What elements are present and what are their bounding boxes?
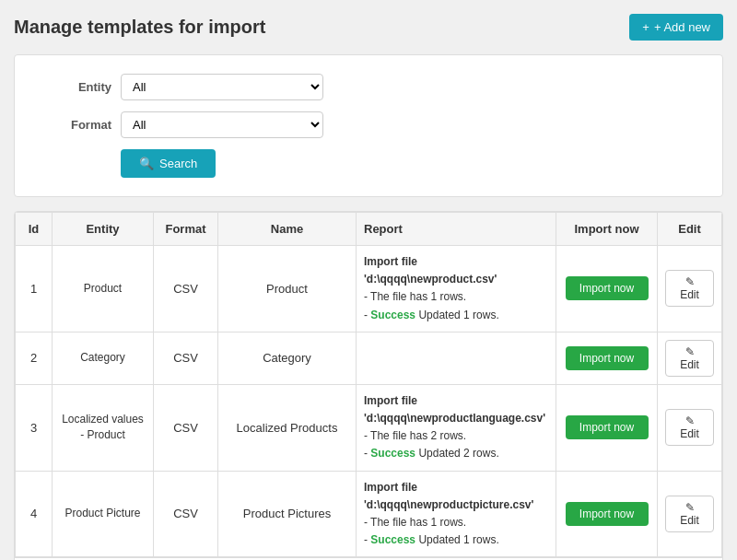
cell-import: Import now <box>556 384 658 471</box>
format-filter-row: Format All CSV XML <box>38 111 699 138</box>
table-row: 2CategoryCSVCategoryImport now✎ Edit <box>16 332 722 384</box>
edit-button-2[interactable]: ✎ Edit <box>665 340 714 377</box>
entity-filter-label: Entity <box>38 80 111 94</box>
cell-id: 3 <box>16 384 53 471</box>
filter-panel: Entity All Product Category Localized va… <box>14 54 723 197</box>
cell-import: Import now <box>556 332 658 384</box>
cell-edit: ✎ Edit <box>658 332 722 384</box>
edit-button-3[interactable]: ✎ Edit <box>665 409 714 446</box>
import-now-button-4[interactable]: Import now <box>566 502 649 526</box>
col-header-id: Id <box>16 213 53 246</box>
col-header-edit: Edit <box>658 213 722 246</box>
cell-report <box>357 332 556 384</box>
entity-select[interactable]: All Product Category Localized values - … <box>121 74 323 100</box>
cell-format: CSV <box>154 471 218 557</box>
cell-name: Product <box>218 246 357 332</box>
table-row: 1ProductCSVProductImport file 'd:\qqqq\n… <box>16 246 722 332</box>
search-label: Search <box>159 157 197 170</box>
col-header-report: Report <box>357 213 556 246</box>
edit-button-1[interactable]: ✎ Edit <box>665 270 714 307</box>
table-header-row: Id Entity Format Name Report Import now … <box>16 213 722 246</box>
plus-icon: + <box>642 20 649 34</box>
cell-name: Localized Products <box>218 384 357 471</box>
cell-edit: ✎ Edit <box>658 384 722 471</box>
cell-name: Category <box>218 332 357 384</box>
cell-id: 4 <box>16 471 53 557</box>
cell-name: Product Pictures <box>218 471 357 557</box>
cell-edit: ✎ Edit <box>658 246 722 332</box>
col-header-format: Format <box>154 213 218 246</box>
table-panel: Id Entity Format Name Report Import now … <box>14 211 723 560</box>
entity-filter-row: Entity All Product Category Localized va… <box>38 74 699 100</box>
cell-entity: Category <box>53 332 154 384</box>
col-header-name: Name <box>218 213 357 246</box>
cell-format: CSV <box>154 246 218 332</box>
col-header-entity: Entity <box>53 213 154 246</box>
cell-report: Import file 'd:\qqqq\newproductlanguage.… <box>357 384 556 471</box>
table-row: 4Product PictureCSVProduct PicturesImpor… <box>16 471 722 557</box>
import-now-button-1[interactable]: Import now <box>566 276 649 300</box>
cell-import: Import now <box>556 246 658 332</box>
cell-id: 1 <box>16 246 53 332</box>
cell-entity: Localized values - Product <box>53 384 154 471</box>
import-now-button-2[interactable]: Import now <box>566 346 649 370</box>
cell-report: Import file 'd:\qqqq\newproductpicture.c… <box>357 471 556 557</box>
cell-id: 2 <box>16 332 53 384</box>
cell-report: Import file 'd:\qqqq\newproduct.csv'- Th… <box>357 246 556 332</box>
cell-import: Import now <box>556 471 658 557</box>
format-filter-label: Format <box>38 118 111 132</box>
add-new-button[interactable]: + + Add new <box>629 14 723 41</box>
add-new-label: + Add new <box>654 20 710 34</box>
import-now-button-3[interactable]: Import now <box>566 415 649 439</box>
format-select[interactable]: All CSV XML <box>121 111 323 138</box>
cell-format: CSV <box>154 332 218 384</box>
edit-button-4[interactable]: ✎ Edit <box>665 496 714 532</box>
import-table: Id Entity Format Name Report Import now … <box>15 212 722 557</box>
search-button[interactable]: 🔍 Search <box>121 149 216 178</box>
table-row: 3Localized values - ProductCSVLocalized … <box>16 384 722 471</box>
cell-entity: Product Picture <box>53 471 154 557</box>
page-header: Manage templates for import + + Add new <box>14 14 723 41</box>
cell-entity: Product <box>53 246 154 332</box>
search-icon: 🔍 <box>139 157 154 170</box>
col-header-import: Import now <box>556 213 658 246</box>
cell-edit: ✎ Edit <box>658 471 722 557</box>
cell-format: CSV <box>154 384 218 471</box>
page-title: Manage templates for import <box>14 17 265 38</box>
